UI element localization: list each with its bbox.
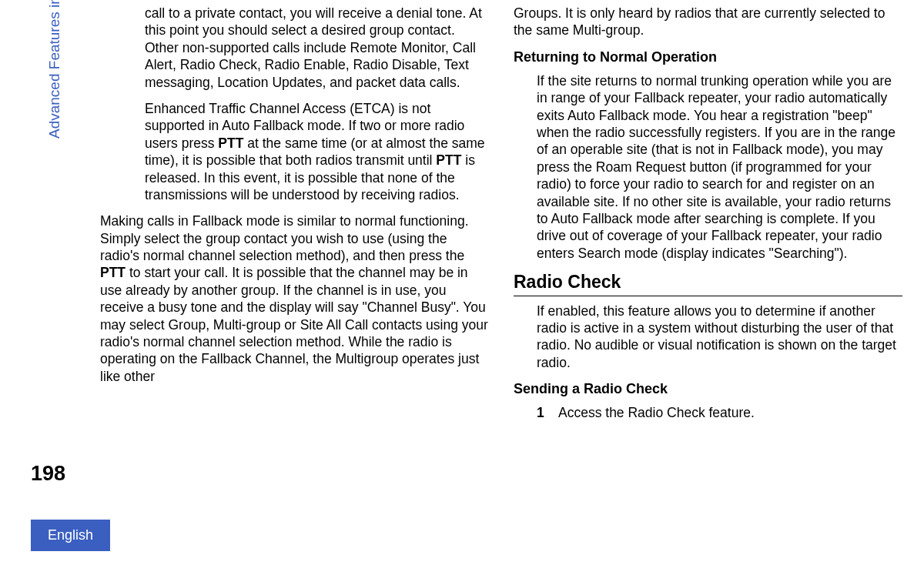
paragraph: Making calls in Fallback mode is similar… [100,212,489,385]
subheading-sending: Sending a Radio Check [514,380,902,398]
content-area: call to a private contact, you will rece… [100,5,909,497]
body-text: If the site returns to normal trunking o… [537,73,896,261]
ptt-term: PTT [436,152,461,168]
heading-radio-check: Radio Check [514,271,902,296]
ptt-term: PTT [100,265,126,280]
body-text: to start your call. It is possible that … [100,265,488,383]
paragraph: If enabled, this feature allows you to d… [514,303,902,372]
step-number: 1 [537,404,558,421]
body-text: Groups. It is only heard by radios that … [514,5,885,38]
body-text: If enabled, this feature allows you to d… [537,303,896,370]
side-section-label: Advanced Features in Connect Plus Mode [46,0,63,139]
column-right: Groups. It is only heard by radios that … [514,5,902,497]
step-text: Access the Radio Check feature. [558,404,902,421]
page-number: 198 [31,462,65,486]
ptt-term: PTT [218,135,243,151]
paragraph: Groups. It is only heard by radios that … [514,5,902,39]
subheading-returning: Returning to Normal Operation [514,48,902,66]
paragraph: call to a private contact, you will rece… [100,5,489,91]
page: Advanced Features in Connect Plus Mode 1… [0,0,924,575]
body-text: Making calls in Fallback mode is similar… [100,213,469,263]
language-badge: English [31,520,110,551]
step-item: 1 Access the Radio Check feature. [514,404,902,421]
paragraph: If the site returns to normal trunking o… [514,72,902,262]
paragraph: Enhanced Traffic Channel Access (ETCA) i… [100,100,489,203]
column-left: call to a private contact, you will rece… [100,5,489,497]
body-text: call to a private contact, you will rece… [145,5,482,90]
